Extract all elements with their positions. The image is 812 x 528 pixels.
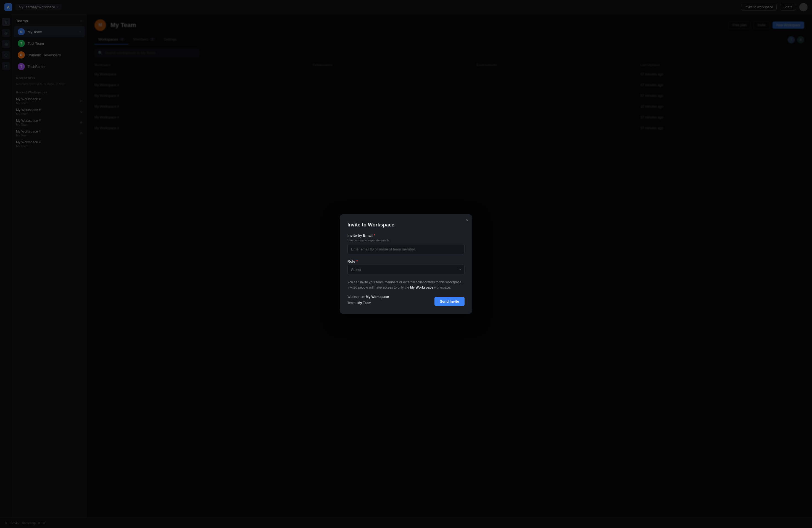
role-select[interactable]: Select ▾ [347, 265, 465, 275]
modal-info-text: You can invite your team members or exte… [347, 280, 465, 290]
invite-modal: × Invite to Workspace Invite by Email * … [340, 214, 472, 314]
modal-meta: Workspace: My Workspace Team: My Team [347, 294, 389, 306]
modal-overlay[interactable]: × Invite to Workspace Invite by Email * … [0, 0, 812, 528]
modal-email-hint: Use comma to separate emails. [347, 239, 465, 242]
modal-close-button[interactable]: × [466, 218, 468, 223]
team-value: My Team [358, 301, 371, 305]
role-select-placeholder: Select [351, 268, 361, 272]
send-invite-button[interactable]: Send Invite [434, 297, 465, 306]
modal-role-label: Role * [347, 259, 465, 263]
workspace-value: My Workspace [366, 295, 389, 299]
required-star-role: * [356, 259, 358, 263]
modal-workspace-bold: My Workspace [410, 285, 433, 289]
email-input[interactable] [347, 244, 465, 254]
modal-footer: Workspace: My Workspace Team: My Team Se… [347, 294, 465, 306]
team-label: Team: [347, 301, 358, 305]
modal-title: Invite to Workspace [347, 222, 465, 228]
workspace-label: Workspace: [347, 295, 366, 299]
chevron-down-icon: ▾ [459, 268, 461, 272]
required-star-email: * [374, 233, 375, 237]
modal-email-label: Invite by Email * [347, 233, 465, 237]
